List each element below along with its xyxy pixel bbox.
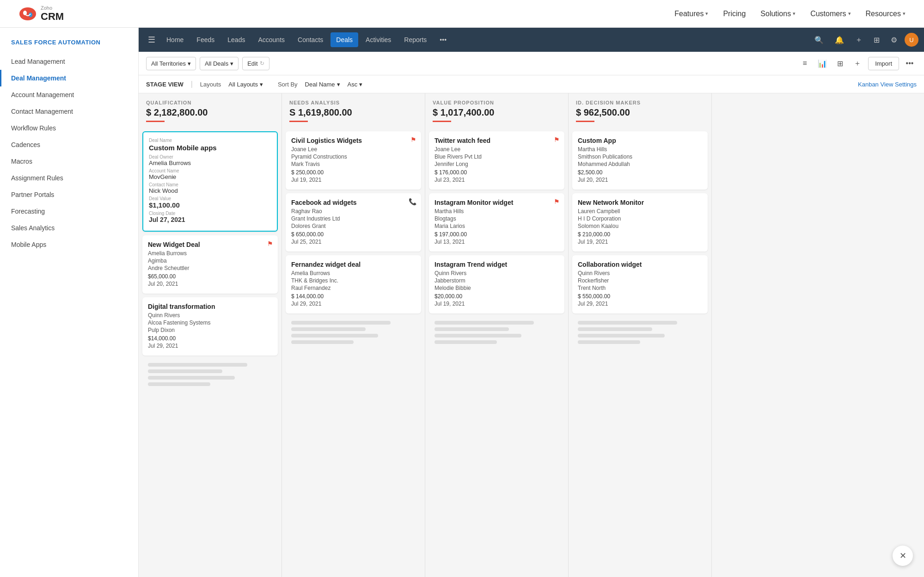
simple-card-date: Jul 13, 2021 xyxy=(434,239,559,245)
crm-nav-reports[interactable]: Reports xyxy=(398,32,432,47)
placeholder-line xyxy=(578,334,665,338)
simple-card-amount: $ 250,000.00 xyxy=(291,169,416,176)
simple-card-amount: $14,000.00 xyxy=(148,335,272,342)
simple-card-1-2[interactable]: Fernandez widget deal Amelia Burrows THK… xyxy=(286,255,421,313)
territory-chevron: ▾ xyxy=(188,60,191,67)
simple-card-0-2[interactable]: Digital transformation Quinn Rivers Alco… xyxy=(142,297,278,356)
crm-nav-deals[interactable]: Deals xyxy=(330,32,358,47)
simple-card-line1: Amelia Burrows xyxy=(291,270,416,276)
crm-nav-accounts[interactable]: Accounts xyxy=(252,32,290,47)
hamburger-icon[interactable]: ☰ xyxy=(144,31,159,49)
simple-card-amount: $ 650,000.00 xyxy=(291,231,416,238)
settings-icon[interactable]: ⚙ xyxy=(887,32,901,48)
sort-field-select[interactable]: Deal Name ▾ xyxy=(305,81,340,88)
simple-card-title: Custom App xyxy=(578,137,702,144)
territory-filter[interactable]: All Territories ▾ xyxy=(146,57,196,70)
simple-card-line2: Alcoa Fastening Systems xyxy=(148,319,272,326)
sidebar-item-forecasting[interactable]: Forecasting xyxy=(0,203,138,220)
simple-card-line1: Martha Hills xyxy=(434,208,559,215)
solutions-chevron: ▾ xyxy=(793,11,795,17)
kanban-settings-link[interactable]: Kanban View Settings xyxy=(858,81,917,88)
sidebar-item-partner-portals[interactable]: Partner Portals xyxy=(0,186,138,203)
list-view-icon[interactable]: ≡ xyxy=(798,56,812,70)
nav-customers[interactable]: Customers ▾ xyxy=(810,10,851,18)
crm-nav-contacts[interactable]: Contacts xyxy=(292,32,329,47)
simple-card-date: Jul 20, 2021 xyxy=(578,177,702,183)
filter-icon[interactable]: ⊞ xyxy=(833,56,847,70)
col-stage-0: QUALIFICATION xyxy=(146,100,274,105)
col-stage-2: VALUE PROPOSITION xyxy=(433,100,561,105)
simple-card-line1: Joane Lee xyxy=(291,146,416,153)
simple-card-2-0[interactable]: ⚑ Twitter watch feed Joane Lee Blue Rive… xyxy=(429,131,564,190)
logo-area[interactable]: Zoho CRM xyxy=(18,5,64,23)
card-label-contact: Contact Name xyxy=(149,182,271,187)
bell-icon[interactable]: 🔔 xyxy=(831,32,848,48)
import-button[interactable]: Import xyxy=(868,57,899,70)
search-icon[interactable]: 🔍 xyxy=(811,32,827,48)
sidebar-item-sales-analytics[interactable]: Sales Analytics xyxy=(0,220,138,236)
simple-card-date: Jul 19, 2021 xyxy=(434,301,559,307)
sidebar: SALES FORCE AUTOMATION Lead Management D… xyxy=(0,28,139,577)
placeholder-line xyxy=(291,334,378,338)
sidebar-item-macros[interactable]: Macros xyxy=(0,153,138,170)
simple-card-line2: THK & Bridges Inc. xyxy=(291,277,416,284)
stage-view-tab[interactable]: STAGE VIEW xyxy=(146,81,184,88)
col-amount-1: S 1,619,800.00 xyxy=(289,107,417,118)
placeholder-line xyxy=(434,321,534,325)
simple-card-0-1[interactable]: ⚑ New Widget Deal Amelia Burrows Agimba … xyxy=(142,235,278,294)
simple-card-date: Jul 29, 2021 xyxy=(291,301,416,307)
crm-nav-activities[interactable]: Activities xyxy=(360,32,397,47)
flag-icon: ⚑ xyxy=(554,198,560,205)
detailed-card-0-0[interactable]: Deal Name Custom Mobile apps Deal Owner … xyxy=(142,131,278,232)
simple-card-1-0[interactable]: ⚑ Civil Logistics Widgets Joane Lee Pyra… xyxy=(286,131,421,190)
simple-card-3-1[interactable]: New Network Monitor Lauren Campbell H I … xyxy=(572,193,708,252)
all-layouts-select[interactable]: All Layouts ▾ xyxy=(228,81,263,88)
features-chevron: ▾ xyxy=(705,11,708,17)
sidebar-item-contact-management[interactable]: Contact Management xyxy=(0,103,138,120)
chart-view-icon[interactable]: 📊 xyxy=(815,56,829,70)
add-icon[interactable]: ＋ xyxy=(851,56,864,70)
nav-solutions[interactable]: Solutions ▾ xyxy=(760,10,795,18)
simple-card-3-0[interactable]: Custom App Martha Hills Smithson Publica… xyxy=(572,131,708,190)
sidebar-section-title: SALES FORCE AUTOMATION xyxy=(0,39,138,53)
nav-resources[interactable]: Resources ▾ xyxy=(866,10,906,18)
simple-card-line1: Amelia Burrows xyxy=(148,250,272,257)
simple-card-date: Jul 20, 2021 xyxy=(148,281,272,287)
edit-filter[interactable]: Edit ↻ xyxy=(242,57,269,70)
simple-card-2-2[interactable]: Instagram Trend widget Quinn Rivers Jabb… xyxy=(429,255,564,313)
simple-card-1-1[interactable]: 📞 Facebook ad widgets Raghav Rao Grant I… xyxy=(286,193,421,252)
sort-order-select[interactable]: Asc ▾ xyxy=(348,81,363,88)
sidebar-item-cadences[interactable]: Cadences xyxy=(0,136,138,153)
crm-nav-more[interactable]: ••• xyxy=(434,32,452,47)
sidebar-item-lead-management[interactable]: Lead Management xyxy=(0,53,138,70)
simple-card-title: Digital transformation xyxy=(148,303,272,310)
crm-nav-feeds[interactable]: Feeds xyxy=(191,32,220,47)
user-avatar[interactable]: U xyxy=(905,33,918,47)
more-options-icon[interactable]: ••• xyxy=(903,56,917,70)
crm-nav-leads[interactable]: Leads xyxy=(222,32,251,47)
simple-card-3-2[interactable]: Collaboration widget Quinn Rivers Rocker… xyxy=(572,255,708,313)
grid-icon[interactable]: ⊞ xyxy=(870,32,883,48)
simple-card-line1: Raghav Rao xyxy=(291,208,416,215)
simple-card-line3: Trent North xyxy=(578,285,702,291)
simple-card-line3: Andre Scheuttler xyxy=(148,265,272,271)
nav-features[interactable]: Features ▾ xyxy=(674,10,708,18)
sidebar-item-deal-management[interactable]: Deal Management xyxy=(0,70,138,86)
sidebar-item-mobile-apps[interactable]: Mobile Apps xyxy=(0,236,138,253)
nav-pricing[interactable]: Pricing xyxy=(723,10,746,18)
col-bar-1 xyxy=(289,121,308,122)
card-title: Custom Mobile apps xyxy=(149,144,271,152)
plus-icon[interactable]: ＋ xyxy=(851,31,866,49)
crm-nav-home[interactable]: Home xyxy=(161,32,189,47)
fab-button[interactable]: ✕ xyxy=(893,546,913,566)
sidebar-item-assignment-rules[interactable]: Assignment Rules xyxy=(0,170,138,186)
placeholder-line xyxy=(578,327,652,331)
card-closing: Jul 27, 2021 xyxy=(149,216,271,223)
sidebar-item-workflow-rules[interactable]: Workflow Rules xyxy=(0,120,138,136)
deals-chevron: ▾ xyxy=(230,60,233,67)
simple-card-2-1[interactable]: ⚑ Instagram Monitor widget Martha Hills … xyxy=(429,193,564,252)
deals-filter[interactable]: All Deals ▾ xyxy=(200,57,239,70)
sidebar-item-account-management[interactable]: Account Management xyxy=(0,86,138,103)
simple-card-date: Jul 29, 2021 xyxy=(148,343,272,349)
simple-card-amount: $20,000.00 xyxy=(434,293,559,300)
